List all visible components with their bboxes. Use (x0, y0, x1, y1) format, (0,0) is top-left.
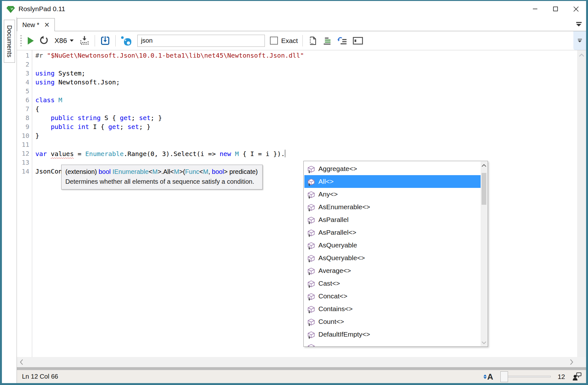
completion-item[interactable] (304, 341, 481, 347)
toolbar-grip[interactable] (20, 35, 22, 46)
extension-method-icon (307, 216, 316, 225)
window-title: RoslynPad 0.11 (18, 5, 65, 13)
save-button[interactable] (100, 36, 110, 46)
completion-item[interactable]: Concat<> (304, 290, 481, 303)
extension-method-icon (307, 318, 316, 327)
results-splitter[interactable] (17, 367, 586, 370)
completion-item[interactable]: AsQueryable (304, 239, 481, 252)
completion-item[interactable]: Cast<> (304, 277, 481, 290)
completion-item-label: AsEnumerable<> (318, 203, 370, 211)
platform-dropdown[interactable]: X86 (54, 37, 74, 45)
exact-label: Exact (281, 37, 298, 45)
window-controls (525, 1, 586, 17)
completion-item-label: Contains<> (318, 305, 352, 313)
toolbar-overflow-button[interactable] (573, 31, 586, 50)
completion-item[interactable]: Average<> (304, 264, 481, 277)
tooltip-signature: (extension) bool IEnumerable<M>.All<M>(F… (65, 167, 258, 177)
code-line: class M (35, 96, 586, 105)
extension-method-icon (307, 178, 316, 187)
extension-method-icon (307, 203, 316, 212)
toolbar: X86 (17, 31, 586, 50)
exact-option: Exact (270, 37, 298, 45)
format-selection-button[interactable] (323, 36, 332, 46)
format-selection-icon (323, 36, 332, 46)
tab-close-icon[interactable]: × (44, 22, 49, 28)
completion-item-label: AsQueryable (318, 241, 357, 249)
completion-item[interactable]: AsQueryable<> (304, 252, 481, 264)
documents-tab[interactable]: Documents (4, 20, 15, 63)
completion-item[interactable]: DefaultIfEmpty<> (304, 328, 481, 341)
selection-box-icon (352, 36, 363, 46)
completion-popup: Aggregate<> All<> Any<> (303, 161, 488, 347)
minimize-button[interactable] (525, 1, 545, 17)
caret-position: Ln 12 Col 66 (22, 373, 58, 380)
popup-scrollbar-thumb[interactable] (482, 173, 486, 205)
completion-item[interactable]: AsParallel<> (304, 226, 481, 239)
completion-item[interactable]: All<> (304, 175, 481, 188)
nuget-button[interactable] (121, 36, 132, 46)
line-number: 13 (17, 159, 32, 168)
completion-item-label: DefaultIfEmpty<> (318, 331, 370, 338)
selection-box-button[interactable] (352, 36, 363, 46)
scroll-up-icon[interactable] (579, 53, 584, 57)
line-number: 4 (17, 78, 32, 87)
zoom-slider[interactable] (500, 371, 551, 382)
code-line: { (35, 105, 586, 114)
close-button[interactable] (566, 1, 586, 17)
scroll-up-icon[interactable] (482, 164, 486, 167)
code-line (35, 141, 586, 150)
extension-method-icon (307, 165, 316, 174)
completion-item[interactable]: Count<> (304, 315, 481, 328)
extension-method-icon (307, 293, 316, 301)
code-line: using System; (35, 69, 586, 78)
editor-horizontal-scrollbar[interactable] (17, 357, 586, 367)
nuget-icon (121, 36, 132, 46)
format-document-button[interactable] (308, 36, 317, 46)
code-line (35, 61, 586, 69)
restart-button[interactable] (39, 36, 49, 46)
scroll-left-icon[interactable] (20, 359, 23, 365)
nuget-search-input[interactable] (137, 35, 265, 47)
tray-download-icon (79, 36, 90, 46)
extension-method-icon (307, 254, 316, 263)
exact-checkbox[interactable] (270, 37, 278, 45)
completion-item[interactable]: AsParallel (304, 213, 481, 226)
set-nuget-folder-button[interactable] (79, 36, 90, 46)
line-number: 7 (17, 105, 32, 114)
feedback-icon[interactable] (572, 372, 582, 382)
line-number: 8 (17, 114, 32, 123)
code-line: } (35, 132, 586, 141)
tab-new[interactable]: New * × (17, 18, 55, 31)
completion-item-label: Any<> (318, 190, 338, 198)
editor-vertical-scrollbar[interactable] (577, 50, 586, 357)
completion-item[interactable]: Aggregate<> (304, 162, 481, 175)
extension-method-icon (307, 229, 316, 238)
extension-method-icon (307, 344, 316, 347)
line-number: 2 (17, 61, 32, 69)
run-button[interactable] (28, 37, 34, 45)
completion-item[interactable]: Any<> (304, 188, 481, 201)
comment-selection-button[interactable] (337, 36, 347, 46)
code-line: #r "$NuGet\Newtonsoft.Json\10.0.1-beta1\… (35, 52, 586, 61)
popup-scrollbar[interactable] (481, 161, 487, 346)
minimize-icon (533, 6, 538, 11)
code-editor[interactable]: 1234567891011121314 #r "$NuGet\Newtonsof… (17, 50, 586, 357)
completion-item-label: AsParallel<> (318, 229, 356, 236)
tab-list-icon[interactable] (575, 22, 583, 28)
completion-item[interactable]: AsEnumerable<> (304, 201, 481, 213)
format-document-icon (308, 36, 317, 46)
scroll-down-icon[interactable] (482, 341, 486, 344)
line-number: 6 (17, 96, 32, 105)
completion-item-label: Aggregate<> (318, 165, 357, 173)
platform-label: X86 (54, 37, 67, 45)
zoom-slider-thumb[interactable] (500, 371, 508, 382)
play-icon (28, 37, 34, 45)
title-bar: RoslynPad 0.11 (2, 1, 586, 17)
maximize-button[interactable] (545, 1, 566, 17)
scroll-right-icon[interactable] (570, 359, 573, 365)
comment-selection-icon (337, 36, 347, 46)
extension-method-icon (307, 331, 316, 339)
completion-list: Aggregate<> All<> Any<> (304, 162, 481, 347)
font-size-icon: A (483, 373, 493, 381)
completion-item[interactable]: Contains<> (304, 303, 481, 315)
